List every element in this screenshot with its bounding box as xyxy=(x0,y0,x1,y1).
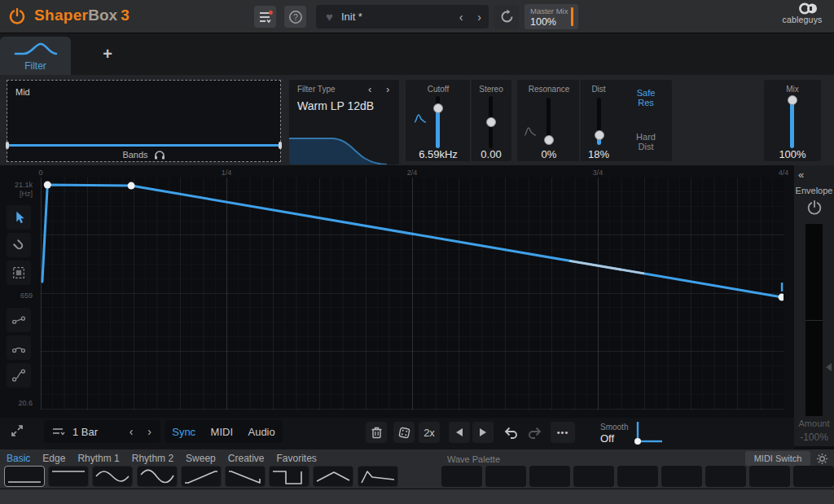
bands-label: Bands xyxy=(122,150,147,160)
add-band-button[interactable]: + xyxy=(96,43,119,66)
filter-type-next-button[interactable]: › xyxy=(382,83,393,95)
wave-thumb-flat-low[interactable] xyxy=(4,466,45,487)
palette-tab-rhythm-1[interactable]: Rhythm 1 xyxy=(77,453,119,464)
preset-reload-button[interactable] xyxy=(494,5,519,28)
preset-next-button[interactable]: › xyxy=(470,11,489,24)
wave-thumb-square-notch[interactable] xyxy=(269,466,309,487)
wave-thumb-sine[interactable] xyxy=(92,466,133,487)
palette-tab-edge[interactable]: Edge xyxy=(42,453,65,464)
midi-switch-button[interactable]: MIDI Switch xyxy=(745,451,810,466)
midi-mode-button[interactable]: MIDI xyxy=(211,426,233,438)
mix-slider-knob[interactable] xyxy=(788,95,797,105)
length-next-button[interactable]: › xyxy=(140,425,160,438)
redo-button[interactable] xyxy=(525,422,546,443)
preset-bar[interactable]: ♥ Init * ‹ › xyxy=(316,5,489,28)
help-button[interactable]: ? xyxy=(284,6,306,28)
cutoff-label: Cutoff xyxy=(406,85,471,94)
palette-slot-empty[interactable] xyxy=(705,466,746,487)
cutoff-value[interactable]: 6.59kHz xyxy=(406,148,471,160)
headphones-icon[interactable] xyxy=(154,150,165,160)
palette-tab-basic[interactable]: Basic xyxy=(7,453,30,464)
cutoff-slider-knob[interactable] xyxy=(433,103,443,113)
shift-right-button[interactable] xyxy=(472,422,494,443)
collapse-panel-button[interactable]: « xyxy=(798,169,804,181)
palette-slot-empty[interactable] xyxy=(749,466,790,487)
stereo-value[interactable]: 0.00 xyxy=(471,148,511,160)
sync-mode-button[interactable]: Sync xyxy=(172,426,195,438)
double-wave-label: 2x xyxy=(424,427,435,439)
smooth-slider[interactable] xyxy=(631,419,667,445)
tool-cursor[interactable] xyxy=(7,205,31,230)
filter-type-prev-button[interactable]: ‹ xyxy=(364,83,375,95)
tool-marquee[interactable] xyxy=(7,261,31,285)
wave-thumb-ramp-up[interactable] xyxy=(181,466,222,487)
marquee-icon xyxy=(11,265,26,280)
tab-filter-label: Filter xyxy=(0,60,71,72)
palette-tab-creative[interactable]: Creative xyxy=(228,453,265,464)
palette-slot-empty[interactable] xyxy=(529,466,570,487)
tool-line[interactable] xyxy=(7,308,31,332)
hard-dist-toggle[interactable]: HardDist xyxy=(621,132,670,151)
stereo-slider-knob[interactable] xyxy=(486,117,496,127)
trash-icon xyxy=(371,426,383,439)
band-crossover-line[interactable] xyxy=(7,144,280,147)
tool-magnet[interactable] xyxy=(7,233,31,257)
length-prev-button[interactable]: ‹ xyxy=(122,425,141,438)
wave-thumb-sine-deep[interactable] xyxy=(137,466,178,487)
clear-wave-button[interactable] xyxy=(366,422,387,443)
palette-settings-button[interactable] xyxy=(816,453,828,465)
palette-slot-empty[interactable] xyxy=(793,466,834,487)
menu-icon xyxy=(258,11,273,24)
band-tab-row: Filter + xyxy=(0,33,834,75)
resize-strip[interactable] xyxy=(0,489,834,504)
fullscreen-button[interactable] xyxy=(9,423,25,439)
gear-icon xyxy=(816,453,828,465)
palette-slot-empty[interactable] xyxy=(485,466,526,487)
randomize-button[interactable] xyxy=(393,422,415,443)
favorite-heart-icon[interactable]: ♥ xyxy=(326,10,333,24)
band-panel[interactable]: Mid Bands xyxy=(7,80,281,162)
palette-slot-empty[interactable] xyxy=(441,466,482,487)
wave-thumb-flat-high[interactable] xyxy=(48,466,89,487)
palette-tab-favorites[interactable]: Favorites xyxy=(276,453,316,464)
palette-slot-empty[interactable] xyxy=(573,466,614,487)
palette-tab-rhythm-2[interactable]: Rhythm 2 xyxy=(132,453,173,464)
resonance-value[interactable]: 0% xyxy=(517,148,581,160)
filter-type-value[interactable]: Warm LP 12dB xyxy=(297,99,374,112)
audio-mode-button[interactable]: Audio xyxy=(248,426,274,438)
freq-axis-bottom: 20.6 xyxy=(0,399,33,407)
palette-tab-sweep[interactable]: Sweep xyxy=(186,453,216,464)
mix-value[interactable]: 100% xyxy=(764,148,821,160)
power-button[interactable] xyxy=(7,6,28,27)
s-curve-tool-icon xyxy=(11,368,26,383)
preset-name[interactable]: Init * xyxy=(341,11,452,23)
envelope-amount-slider[interactable] xyxy=(805,224,823,416)
palette-slot-empty[interactable] xyxy=(617,466,658,487)
wave-thumb-triangle[interactable] xyxy=(313,466,353,487)
envelope-curve[interactable] xyxy=(41,177,784,410)
double-wave-button[interactable]: 2x xyxy=(419,422,440,443)
tab-filter[interactable]: Filter xyxy=(0,37,71,75)
tool-s-curve[interactable] xyxy=(7,363,31,388)
ruler-label-1-4: 1/4 xyxy=(210,169,243,177)
safe-res-toggle[interactable]: SafeRes xyxy=(621,88,670,107)
preset-prev-button[interactable]: ‹ xyxy=(452,11,471,24)
resonance-slider-knob[interactable] xyxy=(544,135,554,145)
cutoff-slider-fill xyxy=(436,108,440,148)
wave-length-value[interactable]: 1 Bar xyxy=(72,426,122,438)
more-options-button[interactable]: ••• xyxy=(551,422,575,443)
menu-button[interactable] xyxy=(254,6,276,28)
wave-thumb-ramp-down[interactable] xyxy=(225,466,266,487)
envelope-power-button[interactable] xyxy=(806,199,823,216)
dist-value[interactable]: 18% xyxy=(581,148,617,160)
tool-arc[interactable] xyxy=(7,335,31,360)
smooth-value[interactable]: Off xyxy=(600,432,614,445)
freq-axis-top: 21.1k xyxy=(0,181,33,189)
master-mix-control[interactable]: Master Mix 100% xyxy=(525,4,578,29)
shift-left-button[interactable] xyxy=(449,422,470,443)
palette-slot-empty[interactable] xyxy=(661,466,702,487)
wave-thumb-decay[interactable] xyxy=(358,466,398,487)
undo-button[interactable] xyxy=(500,422,521,443)
dist-slider-knob[interactable] xyxy=(595,130,604,140)
wave-palette-title: Wave Palette xyxy=(447,454,500,464)
